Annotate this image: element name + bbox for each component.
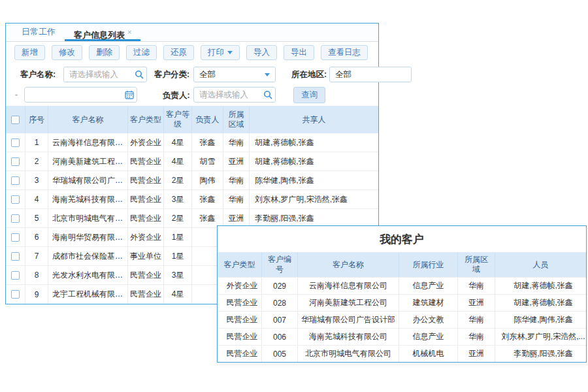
customer-name-label: 客户名称: <box>20 67 56 82</box>
customer-type: 民营企业 <box>218 312 262 328</box>
table-row: 4 海南芜城科技有限公司 民营企业 3星 张鑫 华南 刘东林,罗广明,宋浩然,张… <box>6 190 378 209</box>
customer-type: 民营企业 <box>128 152 164 171</box>
customer-code-link[interactable]: 029 <box>262 278 298 294</box>
select-all-checkbox[interactable] <box>11 116 20 124</box>
query-button[interactable]: 查询 <box>293 87 325 103</box>
region: 华南 <box>458 329 495 345</box>
category-value: 全部 <box>199 69 216 80</box>
customer-name-link[interactable]: 光发水利水电有限公司 <box>48 266 128 284</box>
filter-button[interactable]: 过滤 <box>126 45 157 60</box>
row-no: 8 <box>25 266 48 284</box>
export-button[interactable]: 导出 <box>284 45 314 60</box>
print-button-label: 打印 <box>208 47 224 58</box>
header-customer-type: 客户类型 <box>128 106 164 133</box>
customer-name-link[interactable]: 华瑞城有限公司广告设计部 <box>48 171 128 189</box>
table-row: 民营企业 006 海南芜城科技有限公司 信息产业 华南 刘东林,罗广明,宋浩然,… <box>218 328 586 345</box>
row-checkbox[interactable] <box>11 157 20 166</box>
search-icon[interactable] <box>263 90 272 99</box>
customer-code-link[interactable]: 028 <box>262 295 298 311</box>
shared-people: 胡建,蒋德帧,张鑫 <box>250 133 378 152</box>
tab-daily-work[interactable]: 日常工作 <box>12 24 65 41</box>
category-label: 客户分类: <box>154 67 189 82</box>
row-checkbox[interactable] <box>11 214 20 223</box>
table-row: 2 河南美新建筑工程公司 民营企业 4星 胡雪 亚洲 胡建,蒋德帧,张鑫 <box>6 152 378 171</box>
row-checkbox[interactable] <box>11 195 20 204</box>
date-range-separator: - <box>15 90 18 99</box>
header-customer-level: 客户等级 <box>164 106 192 133</box>
table-row: 民营企业 007 华瑞城有限公司广告设计部 办公文教 华南 陈华健,陶伟,张鑫 <box>218 311 586 328</box>
edit-button[interactable]: 修改 <box>52 45 82 60</box>
customer-name-link[interactable]: 龙宇工程机械有限公司 <box>48 285 128 304</box>
customer-name-link[interactable]: 成都市社会保险基金管理... <box>48 247 128 265</box>
owner-link[interactable]: 张鑫 <box>192 133 223 152</box>
customer-type: 民营企业 <box>218 295 262 311</box>
delete-button[interactable]: 删除 <box>89 45 120 60</box>
region: 华南 <box>223 133 250 152</box>
region: 亚洲 <box>223 209 250 227</box>
customer-name-link[interactable]: 海南芜城科技有限公司 <box>48 190 128 208</box>
row-no: 6 <box>25 228 48 246</box>
customer-level: 1星 <box>164 228 192 246</box>
header-region: 所属区域 <box>458 252 495 277</box>
region-select[interactable]: 全部 <box>329 67 412 82</box>
customer-code-link[interactable]: 007 <box>262 312 298 328</box>
print-button[interactable]: 打印 <box>201 45 240 60</box>
view-log-button[interactable]: 查看日志 <box>321 45 368 60</box>
close-icon[interactable]: × <box>127 28 131 36</box>
owner-link[interactable]: 张鑫 <box>192 209 223 227</box>
customer-level: 1星 <box>164 247 192 265</box>
date-input[interactable] <box>24 87 137 103</box>
row-no: 1 <box>25 133 48 152</box>
table-row: 民营企业 028 河南美新建筑工程公司 建筑建材 亚洲 胡建,蒋德帧,张鑫 <box>218 294 586 311</box>
row-no: 7 <box>25 247 48 265</box>
table-row: 3 华瑞城有限公司广告设计部 民营企业 2星 陶伟 华南 陈华健,陶伟,张鑫 <box>6 171 378 190</box>
row-checkbox[interactable] <box>11 252 20 261</box>
my-customers-panel: 我的客户 客户类型 客户编号 客户名称 所属行业 所属区域 人员 外资企业 02… <box>217 225 587 363</box>
header-customer-type: 客户类型 <box>218 252 262 277</box>
import-button[interactable]: 导入 <box>246 45 277 60</box>
customer-name-link[interactable]: 河南美新建筑工程公司 <box>298 295 399 311</box>
search-icon[interactable] <box>135 70 144 79</box>
customer-type: 外资企业 <box>128 228 164 246</box>
customer-type: 民营企业 <box>218 346 262 362</box>
category-select[interactable]: 全部 <box>193 67 276 82</box>
customer-type: 民营企业 <box>128 285 164 304</box>
filter-area: 客户名称: 客户分类: 全部 所在地区: 全部 - 负责人: 查询 <box>6 63 378 105</box>
customer-code-link[interactable]: 006 <box>262 329 298 345</box>
customer-type: 民营企业 <box>128 190 164 208</box>
row-no: 4 <box>25 190 48 208</box>
customer-level: 2星 <box>164 209 192 227</box>
row-checkbox[interactable] <box>11 233 20 242</box>
customer-name-link[interactable]: 海南明华贸易有限公司 <box>48 228 128 246</box>
customer-code-link[interactable]: 005 <box>262 346 298 362</box>
owner-link[interactable]: 陶伟 <box>192 171 223 189</box>
row-checkbox[interactable] <box>11 139 20 147</box>
header-customer-code: 客户编号 <box>262 252 298 277</box>
customer-name-link[interactable]: 北京市明城电气有限公司 <box>48 209 128 227</box>
tab-customer-list[interactable]: 客户信息列表× <box>65 24 140 41</box>
customer-name-link[interactable]: 云南海祥信息有限公司 <box>298 278 399 294</box>
restore-button[interactable]: 还原 <box>163 45 194 60</box>
customer-type: 外资企业 <box>128 133 164 152</box>
row-checkbox[interactable] <box>11 290 20 299</box>
caret-down-icon <box>265 73 270 76</box>
industry: 信息产业 <box>399 278 458 294</box>
add-button[interactable]: 新增 <box>14 45 45 60</box>
tab-customer-list-label: 客户信息列表 <box>74 30 125 40</box>
customer-name-link[interactable]: 北京市明城电气有限公司 <box>298 346 399 362</box>
owner-link[interactable]: 张鑫 <box>192 190 223 208</box>
region: 华南 <box>458 312 495 328</box>
owner-link[interactable]: 胡雪 <box>192 152 223 171</box>
row-checkbox[interactable] <box>11 271 20 280</box>
region: 华南 <box>458 278 495 294</box>
customer-name-link[interactable]: 云南海祥信息有限公司 <box>48 133 128 152</box>
header-customer-name: 客户名称 <box>298 252 399 277</box>
customer-name-link[interactable]: 河南美新建筑工程公司 <box>48 152 128 171</box>
people: 陈华健,陶伟,张鑫 <box>495 312 586 328</box>
customer-name-link[interactable]: 海南芜城科技有限公司 <box>298 329 399 345</box>
calendar-icon[interactable] <box>125 90 134 99</box>
customer-name-link[interactable]: 华瑞城有限公司广告设计部 <box>298 312 399 328</box>
row-checkbox[interactable] <box>11 176 20 185</box>
customer-level: 4星 <box>164 285 192 304</box>
region: 亚洲 <box>458 295 495 311</box>
